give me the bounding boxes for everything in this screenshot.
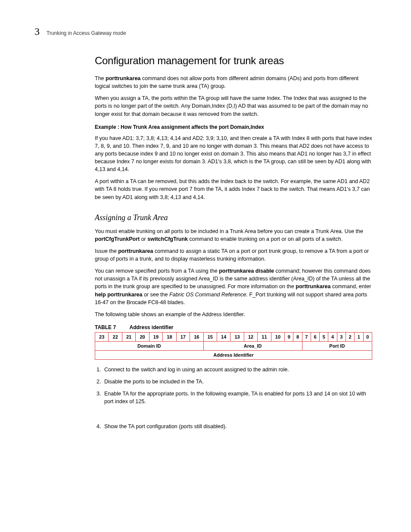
- command-name: portCfgTrunkPort: [95, 236, 140, 242]
- table-caption: TABLE 7 Address identifier: [95, 324, 372, 330]
- command-name: help porttrunkarea: [95, 292, 142, 298]
- command-name: switchCfgTrunk: [147, 236, 188, 242]
- example-heading: Example : How Trunk Area assignment affe…: [95, 124, 372, 130]
- paragraph: A port within a TA can be removed, but t…: [95, 177, 372, 201]
- bit-cell: 14: [217, 332, 230, 341]
- text: Issue the: [95, 248, 118, 254]
- command-name: porttrunkarea: [296, 283, 330, 289]
- paragraph: Issue the porttrunkarea command to assig…: [95, 247, 372, 263]
- reference-title: Fabric OS Command Reference.: [169, 292, 248, 298]
- table-label: TABLE 7: [95, 324, 116, 330]
- section-title: Configuration management for trunk areas: [95, 55, 372, 67]
- command-name: porttrunkarea disable: [219, 268, 274, 274]
- bit-cell: 2: [346, 332, 354, 341]
- text: or see the: [142, 292, 169, 298]
- address-identifier-table: 23 22 21 20 19 18 17 16 15 14 13 12 11 1…: [95, 332, 372, 360]
- command-name: porttrunkarea: [118, 248, 153, 254]
- chapter-number: 3: [34, 26, 40, 37]
- text: You can remove specified ports from a TA…: [95, 268, 219, 274]
- area-id-cell: Area_ID: [203, 341, 302, 350]
- bit-cell: 5: [320, 332, 328, 341]
- text: The: [95, 75, 106, 81]
- running-head: Trunking in Access Gateway mode: [47, 30, 126, 36]
- text: You must enable trunking on all ports to…: [95, 228, 363, 234]
- bit-cell: 0: [363, 332, 372, 341]
- bit-cell: 12: [244, 332, 257, 341]
- list-item: Enable TA for the appropriate ports. In …: [103, 390, 372, 405]
- bit-cell: 17: [176, 332, 190, 341]
- bit-cell: 11: [258, 332, 271, 341]
- bit-cell: 20: [136, 332, 149, 341]
- text: or: [140, 236, 147, 242]
- bit-cell: 9: [285, 332, 293, 341]
- bit-cell: 6: [311, 332, 319, 341]
- table-row: Domain ID Area_ID Port ID: [95, 341, 372, 350]
- subsection-title: Assigning a Trunk Area: [95, 213, 372, 222]
- procedure-steps: Connect to the switch and log in using a…: [95, 366, 372, 431]
- bit-cell: 3: [337, 332, 346, 341]
- list-item: Show the TA port configuration (ports st…: [103, 423, 372, 430]
- paragraph: The following table shows an example of …: [95, 311, 372, 318]
- domain-id-cell: Domain ID: [95, 341, 204, 350]
- text: command to enable trunking on a port or …: [188, 236, 342, 242]
- bit-cell: 21: [122, 332, 135, 341]
- paragraph: You can remove specified ports from a TA…: [95, 267, 372, 306]
- paragraph: If you have AD1: 3,7; 3,8; 4,13; 4,14 an…: [95, 134, 372, 174]
- page: 3 Trunking in Access Gateway mode Config…: [0, 0, 411, 463]
- bit-cell: 1: [355, 332, 363, 341]
- table-row: 23 22 21 20 19 18 17 16 15 14 13 12 11 1…: [95, 332, 372, 341]
- content-area: Configuration management for trunk areas…: [95, 55, 372, 431]
- list-item: Disable the ports to be included in the …: [103, 378, 372, 386]
- text: command, enter: [331, 283, 371, 289]
- bit-cell: 16: [190, 332, 203, 341]
- bit-cell: 10: [271, 332, 284, 341]
- bit-cell: 8: [293, 332, 302, 341]
- bit-cell: 15: [203, 332, 217, 341]
- bit-cell: 18: [163, 332, 176, 341]
- bit-cell: 7: [302, 332, 311, 341]
- bit-cell: 19: [149, 332, 162, 341]
- bit-cell: 23: [95, 332, 109, 341]
- table-title: Address identifier: [129, 324, 173, 330]
- bit-cell: 13: [230, 332, 244, 341]
- list-item: Connect to the switch and log in using a…: [103, 366, 372, 373]
- paragraph: The porttrunkarea command does not allow…: [95, 75, 372, 90]
- address-identifier-cell: Address Identifier: [95, 350, 372, 359]
- paragraph: You must enable trunking on all ports to…: [95, 227, 372, 243]
- paragraph: When you assign a TA, the ports within t…: [95, 94, 372, 118]
- bit-cell: 22: [109, 332, 122, 341]
- port-id-cell: Port ID: [302, 341, 372, 350]
- page-header: 3 Trunking in Access Gateway mode: [34, 26, 377, 37]
- bit-cell: 4: [328, 332, 337, 341]
- command-name: porttrunkarea: [106, 75, 140, 81]
- table-row: Address Identifier: [95, 350, 372, 359]
